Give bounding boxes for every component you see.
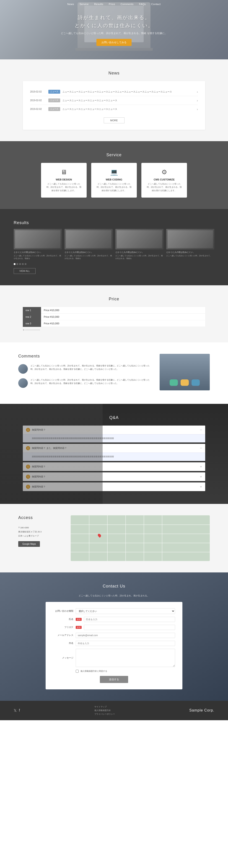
furigana-row: フリガナ 必須 <box>53 625 175 630</box>
inquiry-label: お問い合わせ種類 <box>53 610 73 613</box>
nav-price[interactable]: Price <box>109 3 115 5</box>
access-address: 〒166 4300 東京都杉並区 4 丁目 25 3 日本へんな事グループ <box>18 526 64 538</box>
news-text-3: ニュースニュースニュースニュースニュースニュース <box>63 107 197 111</box>
email-row: メールアドレス <box>53 633 175 638</box>
qa-toggle-5: + <box>200 485 202 489</box>
results-grid: とかくに人の世は住みにくい。 どこへ越しても住みにくいと悟った時、詩が生まれて、… <box>14 229 214 260</box>
furigana-required: 必須 <box>76 626 82 629</box>
price-section: Price row 1 Price ¥10,000 row 2 Price ¥1… <box>0 285 228 342</box>
view-all-button[interactable]: VIEW ALL <box>14 268 36 274</box>
google-maps-button[interactable]: Google Maps <box>18 541 40 547</box>
result-image-4 <box>166 229 214 249</box>
news-text-1: ニュースニュースニュースニュースニュースニュースニュースニュースニュースニュース… <box>63 90 197 93</box>
nav-service[interactable]: Service <box>80 3 89 5</box>
hero-cta-button[interactable]: お問い合わせしてみる <box>97 39 131 46</box>
twitter-icon[interactable]: 𝕏 <box>14 708 16 713</box>
result-item-3[interactable]: とかくに人の世は住みにくい。 どこへ越しても住みにくいと悟った時、詩が生まれて、… <box>115 229 163 260</box>
news-text-2: ニュースニュースニュースニュースニュースニュース <box>63 99 197 102</box>
comments-left: Comments どこへ越しても住みにくいと悟った時、詩が生まれて、画が生まれる… <box>18 354 153 393</box>
access-title: Access <box>18 515 64 520</box>
name-input[interactable] <box>84 617 175 622</box>
hero-content: 詩が生まれて、画が出来る。 とかくに人の世は住みにくい。 どこへ越しても住みにく… <box>61 13 167 46</box>
hero-title: 詩が生まれて、画が出来る。 とかくに人の世は住みにくい。 <box>61 13 167 29</box>
news-item-2[interactable]: 2019-02-02 ニュース ニュースニュースニュースニュースニュースニュース… <box>30 96 198 105</box>
bubble-green <box>169 379 178 386</box>
access-left: Access 〒166 4300 東京都杉並区 4 丁目 25 3 日本へんな事… <box>18 515 64 547</box>
result-item-1[interactable]: とかくに人の世は住みにくい。 どこへ越しても住みにくいと悟った時、詩が生まれて、… <box>14 229 62 260</box>
news-tag-1: ニュース <box>48 90 60 94</box>
price-table: row 1 Price ¥10,000 row 2 Price ¥10,000 … <box>23 307 205 327</box>
result-item-4[interactable]: とかくに人の世は住みにくい。 どこへ越しても住みにくいと悟った時、詩が生まれて、 <box>166 229 214 260</box>
map-road-v-2 <box>107 515 108 561</box>
web-design-icon: 🖥 <box>46 168 82 176</box>
price-label-1: row 1 <box>23 307 41 314</box>
result-caption-text-3: どこへ越しても住みにくいと悟った時、詩が生まれて、画が生まれる。情緒を <box>115 254 163 260</box>
contact-section: Contact Us どこへ越しても住みにくいと悟った時、詩が生まれ、画が生まれ… <box>0 572 228 701</box>
service-section: Service 🖥 WEB DESIGN どこへ越しても住みにくいと悟った時、詩… <box>0 141 228 209</box>
subject-input[interactable] <box>76 641 175 646</box>
nav-news[interactable]: News <box>67 3 74 5</box>
news-card: 2019-02-02 ニュース ニュースニュースニュースニュースニュースニュース… <box>23 81 205 130</box>
price-value-1: Price ¥10,000 <box>41 307 205 314</box>
news-date-3: 2019-02-02 <box>30 108 46 110</box>
nav-comments[interactable]: Comments <box>121 3 134 5</box>
news-more-button[interactable]: MORE <box>104 117 124 123</box>
nav-faqs[interactable]: FAQs <box>139 3 146 5</box>
price-label-3: row 3 <box>23 320 41 327</box>
footer-link-sitemap[interactable]: サイトマップ <box>94 705 115 708</box>
dot-2[interactable] <box>16 263 18 265</box>
privacy-checkbox[interactable] <box>76 670 79 673</box>
comment-text-1: どこへ越しても住みにくいと悟った時、詩が生まれて、画が生まれる。情緒を憶する狂嫌… <box>31 364 153 374</box>
price-value-3: Price ¥10,000 <box>41 320 205 327</box>
map-grid <box>71 515 210 561</box>
inquiry-row: お問い合わせ種類 選択してください <box>53 608 175 614</box>
comment-avatar-2 <box>18 378 28 388</box>
form-submit-button[interactable]: 送信する <box>100 676 128 683</box>
web-coding-icon: 💻 <box>96 168 132 176</box>
dot-3[interactable] <box>19 263 21 265</box>
footer-links: サイトマップ 個人情報保護方針 プライバシーポリシー <box>94 705 115 716</box>
comment-text-2: どこへ越しても住みにくいと悟った時、詩が生まれて、画が生まれる。情緒を憶する狂嫌… <box>31 378 153 388</box>
name-row: 氏名 必須 <box>53 617 175 622</box>
name-required: 必須 <box>76 618 82 621</box>
service-card-3: ⚙ CMS CUSTOMIZE どこへ越しても住みにくいと悟った時、詩が生まれて… <box>141 163 187 197</box>
service-card-desc-3: どこへ越しても住みにくいと悟った時、詩が生まれて、画が生まれる。情緒を憶する狂嫌… <box>146 182 182 192</box>
footer-link-privacy[interactable]: 個人情報保護方針 <box>94 709 115 712</box>
facebook-icon[interactable]: f <box>19 708 20 713</box>
furigana-input[interactable] <box>84 625 175 630</box>
result-image-1 <box>14 229 62 249</box>
email-input[interactable] <box>76 633 175 638</box>
nav-results[interactable]: Results <box>94 3 103 5</box>
subject-row: 件名 <box>53 641 175 646</box>
comments-section: Comments どこへ越しても住みにくいと悟った時、詩が生まれて、画が生まれる… <box>0 342 228 404</box>
comment-item-1: どこへ越しても住みにくいと悟った時、詩が生まれて、画が生まれる。情緒を憶する狂嫌… <box>18 364 153 374</box>
news-section: News 2019-02-02 ニュース ニュースニュースニュースニュースニュー… <box>0 59 228 141</box>
news-item-1[interactable]: 2019-02-02 ニュース ニュースニュースニュースニュースニュースニュース… <box>30 88 198 96</box>
hero-section: 詩が生まれて、画が出来る。 とかくに人の世は住みにくい。 どこへ越しても住みにく… <box>0 0 228 59</box>
price-row-3: row 3 Price ¥10,000 <box>23 320 205 327</box>
map-road-v-3 <box>125 515 126 561</box>
result-image-3 <box>115 229 163 249</box>
message-row: メッセージ <box>53 649 175 667</box>
qa-toggle-4: + <box>200 475 202 479</box>
qa-background <box>0 404 103 504</box>
dot-4[interactable] <box>22 263 24 265</box>
footer-link-policy[interactable]: プライバシーポリシー <box>94 713 115 716</box>
dot-5[interactable] <box>25 263 27 265</box>
news-arrow-1: › <box>197 90 198 94</box>
news-item-3[interactable]: 2019-02-02 ニュース ニュースニュースニュースニュースニュースニュース… <box>30 105 198 113</box>
result-item-2[interactable]: とかくに人の世は住みにくい。 どこへ越しても住みにくいと悟った時、詩が生まれて、… <box>65 229 113 260</box>
price-note: ※ ○○○○○○○○○○○○ <box>23 329 205 331</box>
footer-brand: Sample Corp. <box>189 708 214 712</box>
main-nav: News Service Results Price Comments FAQs… <box>0 0 228 8</box>
news-tag-2: ニュース <box>48 98 60 102</box>
inquiry-select[interactable]: 選択してください <box>76 608 175 614</box>
service-card-desc-1: どこへ越しても住みにくいと悟った時、詩が生まれて、画が生まれる。情緒を憶する狂嫌… <box>46 182 82 192</box>
dot-1[interactable] <box>14 263 15 265</box>
message-textarea[interactable] <box>76 649 175 667</box>
comments-image <box>160 354 210 391</box>
result-caption-title-1: とかくに人の世は住みにくい。 <box>14 251 62 254</box>
news-title: News <box>23 71 205 75</box>
price-row-2: row 2 Price ¥10,000 <box>23 314 205 320</box>
nav-contact[interactable]: Contact <box>151 3 160 5</box>
